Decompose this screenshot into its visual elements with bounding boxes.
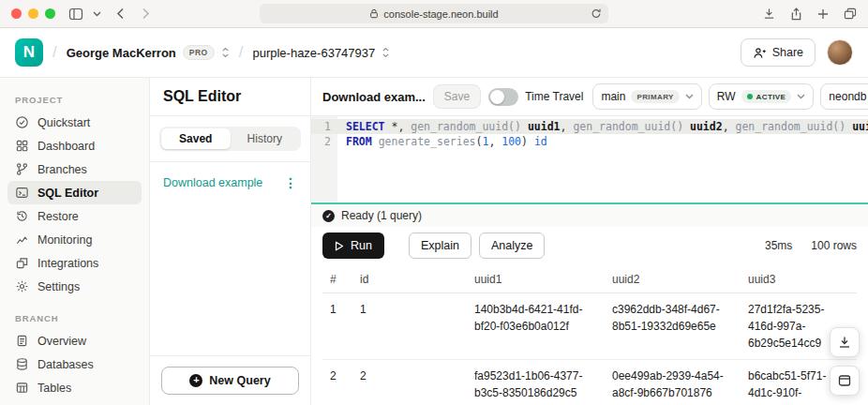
sidebar-item-integrations[interactable]: Integrations [7,251,142,275]
query-menu-icon[interactable]: ⋮ [284,176,297,189]
cell-uuid1: fa9523d1-1b06-4377-b3c5-8350186d29c5 [467,360,605,405]
app-body: PROJECT Quickstart Dashboard Branches SQ… [0,78,868,405]
column-header[interactable]: id [352,266,467,293]
cell-id: 2 [352,360,467,405]
save-button[interactable]: Save [433,84,481,109]
monitoring-icon [15,232,29,247]
neon-logo[interactable]: N [15,38,43,67]
query-status-text: Ready (1 query) [341,209,422,222]
line-number: 2 [311,134,337,149]
zoom-window-button[interactable] [45,8,55,19]
play-icon [335,241,344,251]
database-select[interactable]: neondb [820,83,868,110]
sidebar-item-settings[interactable]: Settings [7,275,142,298]
cell-row-index: 2 [322,360,352,405]
user-avatar[interactable] [827,39,853,66]
org-name: George MacKerron [67,46,176,60]
column-header[interactable]: uuid2 [605,266,741,293]
new-query-label: New Query [209,374,270,387]
sidebar-item-quickstart[interactable]: Quickstart [7,111,142,134]
tab-overview-icon[interactable] [844,8,857,20]
branch-value: main [601,90,625,103]
project-selector-chevrons-icon [382,47,390,58]
compute-select[interactable]: RW ACTIVE [709,83,815,110]
minimize-window-button[interactable] [28,8,38,19]
code-content: SELECT *, gen_random_uuid() uuid1, gen_r… [337,119,868,134]
analyze-button[interactable]: Analyze [479,232,545,259]
sidebar-item-dashboard[interactable]: Dashboard [7,134,142,158]
browser-actions [763,8,857,21]
close-window-button[interactable] [11,8,22,19]
address-bar[interactable]: console-stage.neon.build [260,4,608,23]
sidebar-item-label: Dashboard [37,140,95,153]
run-button[interactable]: Run [322,232,384,259]
sidebar-item-tables[interactable]: Tables [7,376,142,399]
active-badge: ACTIVE [741,90,792,103]
chevron-down-icon [685,94,694,99]
branch-select[interactable]: main PRIMARY [592,83,701,110]
time-travel-label: Time Travel [525,90,583,103]
browser-chrome: console-stage.neon.build [0,0,868,28]
code-line-2[interactable]: 2 FROM generate_series(1, 100) id [311,134,868,149]
tab-history[interactable]: History [231,128,300,149]
floating-actions [830,327,860,396]
sidebar-item-label: Tables [37,382,71,395]
column-header[interactable]: # [322,266,352,293]
new-tab-icon[interactable] [817,8,829,20]
query-metrics: 35ms 100 rows [765,239,857,252]
chevron-down-icon [797,94,805,99]
sidebar-item-databases[interactable]: Databases [7,352,142,376]
column-header[interactable]: uuid1 [467,266,605,293]
code-line-1[interactable]: 1 SELECT *, gen_random_uuid() uuid1, gen… [311,119,868,134]
column-header[interactable]: uuid3 [741,266,857,293]
header-right: Share [741,38,853,67]
url-text: console-stage.neon.build [383,8,498,20]
forward-icon[interactable] [142,8,150,20]
share-icon[interactable] [790,8,802,21]
queries-tabs: Saved History [159,127,301,151]
browser-sidebar-icon[interactable] [68,8,83,21]
sidebar-item-label: Restore [37,210,79,223]
download-results-button[interactable] [830,327,860,357]
dashboard-icon [15,139,29,153]
traffic-lights [11,8,55,19]
cell-id: 1 [352,293,467,360]
queries-panel-footer: + New Query [150,355,310,405]
table-row[interactable]: 1 1 140b3b4d-6421-41fd-bf20-f03e6b0a012f… [322,293,857,360]
cell-uuid2: 0ee499ab-2939-4a54-a8cf-9b667b701876 [605,360,741,405]
table-row[interactable]: 2 2 fa9523d1-1b06-4377-b3c5-8350186d29c5… [322,360,857,405]
feedback-button[interactable] [830,366,860,396]
restore-icon [15,209,29,223]
new-query-button[interactable]: + New Query [161,367,299,395]
chevron-down-icon[interactable] [93,11,101,17]
sidebar-item-monitoring[interactable]: Monitoring [7,228,142,251]
sidebar-section-label: PROJECT [15,95,134,105]
editor-toolbar: Download exam... Save Time Travel main P… [311,78,868,116]
tab-saved[interactable]: Saved [161,128,231,149]
org-selector[interactable]: George MacKerron PRO [67,45,230,60]
toggle-knob [490,90,504,104]
time-travel-toggle[interactable] [488,88,518,106]
code-editor[interactable]: 1 SELECT *, gen_random_uuid() uuid1, gen… [311,116,868,204]
query-title: Download exam... [322,90,426,104]
breadcrumb-separator: / [239,43,244,62]
query-duration: 35ms [765,239,792,252]
project-selector[interactable]: purple-haze-63747937 [252,46,390,60]
project-sidebar: PROJECT Quickstart Dashboard Branches SQ… [0,78,150,405]
sidebar-item-sql-editor[interactable]: SQL Editor [7,181,142,204]
console-window-icon [838,374,851,387]
sidebar-item-branches[interactable]: Branches [7,158,142,181]
cell-uuid1: 140b3b4d-6421-41fd-bf20-f03e6b0a012f [467,293,605,360]
primary-badge: PRIMARY [631,90,679,103]
code-content: FROM generate_series(1, 100) id [337,134,547,149]
query-row-count: 100 rows [811,239,857,252]
reload-icon[interactable] [591,8,602,20]
sidebar-item-overview[interactable]: Overview [7,329,142,352]
explain-button[interactable]: Explain [409,232,471,259]
sidebar-item-restore[interactable]: Restore [7,204,142,228]
branches-icon [15,162,29,176]
back-icon[interactable] [116,8,125,20]
share-button[interactable]: Share [741,38,816,67]
saved-query-item[interactable]: Download example ⋮ [156,170,305,196]
downloads-icon[interactable] [763,8,775,20]
